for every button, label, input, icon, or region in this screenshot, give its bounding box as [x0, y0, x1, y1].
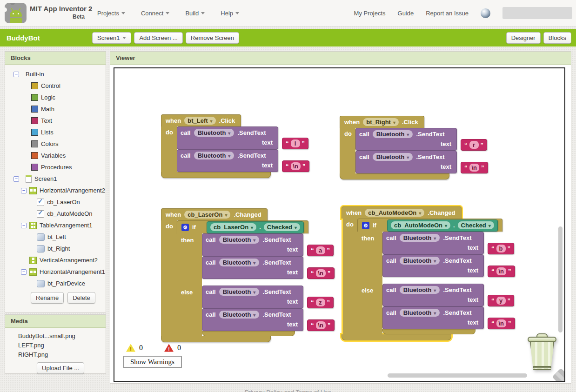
- tree-category-text[interactable]: Text: [5, 115, 106, 126]
- language-globe-icon[interactable]: [481, 8, 490, 18]
- component-dropdown[interactable]: cb_LaserOn: [184, 211, 230, 219]
- tree-bt-left[interactable]: bt_Left: [5, 231, 106, 243]
- text-string-block[interactable]: \n: [307, 267, 335, 279]
- delete-button[interactable]: Delete: [67, 292, 95, 304]
- bluetooth-dropdown[interactable]: Bluetooth: [219, 236, 260, 244]
- tree-builtin[interactable]: Built-in: [5, 68, 106, 80]
- tree-bt-pairdevice[interactable]: bt_PairDevice: [5, 278, 106, 289]
- media-file[interactable]: BuddyBot...small.png: [18, 332, 106, 341]
- bluetooth-dropdown[interactable]: Bluetooth: [219, 288, 260, 296]
- guide-link[interactable]: Guide: [398, 10, 414, 17]
- tree-cb-laseron[interactable]: cb_LaserOn: [5, 196, 106, 208]
- tree-horizontalarrangement1[interactable]: HorizontalArrangement1: [5, 266, 106, 278]
- text-string-block[interactable]: y: [488, 295, 514, 306]
- bluetooth-dropdown[interactable]: Bluetooth: [194, 129, 234, 137]
- screen-selector-button[interactable]: Screen1: [92, 32, 131, 44]
- mutator-gear-icon[interactable]: [181, 224, 189, 231]
- tree-category-colors[interactable]: Colors: [5, 138, 106, 150]
- menu-help[interactable]: Help: [221, 10, 239, 17]
- report-issue-link[interactable]: Report an Issue: [426, 10, 469, 17]
- my-projects-link[interactable]: My Projects: [354, 10, 386, 17]
- call-sendtext-block[interactable]: call Bluetooth .SendText text \n: [177, 149, 278, 172]
- collapse-icon[interactable]: [13, 72, 19, 77]
- if-else-block[interactable]: if cb_AutoModeOn . Checked then: [357, 219, 502, 334]
- bluetooth-dropdown[interactable]: Bluetooth: [400, 234, 440, 242]
- text-string-block[interactable]: \n: [461, 162, 488, 173]
- tree-bt-right[interactable]: bt_Right: [5, 243, 106, 254]
- component-dropdown[interactable]: cb_AutoModeOn: [365, 209, 424, 217]
- rename-button[interactable]: Rename: [31, 292, 64, 304]
- text-string-block[interactable]: \n: [282, 160, 309, 172]
- text-string-block[interactable]: \n: [488, 318, 515, 329]
- remove-screen-button[interactable]: Remove Screen: [186, 32, 239, 44]
- call-sendtext-block[interactable]: call Bluetooth .SendText text \n: [202, 256, 303, 279]
- call-sendtext-block[interactable]: call Bluetooth .SendText text \n: [382, 306, 484, 329]
- tree-cb-automodeon[interactable]: cb_AutoModeOn: [5, 208, 106, 219]
- blocks-canvas[interactable]: when bt_Left .Click do call Bluetooth .S…: [114, 67, 565, 382]
- collapse-icon[interactable]: [21, 223, 27, 228]
- tree-category-variables[interactable]: Variables: [5, 150, 106, 161]
- mutator-gear-icon[interactable]: [362, 222, 369, 229]
- vertical-scrollbar[interactable]: [558, 226, 563, 332]
- show-warnings-button[interactable]: Show Warnings: [123, 356, 182, 368]
- checked-property-block[interactable]: cb_AutoModeOn . Checked: [387, 219, 498, 232]
- checked-property-block[interactable]: cb_LaserOn . Checked: [207, 221, 304, 233]
- trash-can-icon[interactable]: [527, 333, 557, 372]
- call-sendtext-block[interactable]: call Bluetooth .SendText text z: [202, 286, 303, 308]
- user-account-box[interactable]: [502, 7, 572, 19]
- component-dropdown[interactable]: cb_LaserOn: [210, 223, 256, 231]
- bluetooth-dropdown[interactable]: Bluetooth: [400, 257, 440, 265]
- component-dropdown[interactable]: bt_Right: [363, 118, 399, 126]
- tree-category-procedures[interactable]: Procedures: [5, 161, 106, 173]
- text-string-block[interactable]: r: [461, 139, 487, 151]
- bluetooth-dropdown[interactable]: Bluetooth: [219, 259, 260, 266]
- call-sendtext-block[interactable]: call Bluetooth .SendText text l: [177, 126, 278, 149]
- call-sendtext-block[interactable]: call Bluetooth .SendText text \n: [355, 151, 457, 173]
- text-string-block[interactable]: \n: [488, 266, 515, 277]
- menu-projects[interactable]: Projects: [97, 10, 125, 17]
- bluetooth-dropdown[interactable]: Bluetooth: [373, 130, 413, 138]
- footer-links[interactable]: Privacy Policy and Terms of Use: [0, 389, 576, 392]
- horizontal-scrollbar[interactable]: [388, 373, 527, 378]
- tree-horizontalarrangement2[interactable]: HorizontalArrangement2: [5, 185, 106, 196]
- collapse-icon[interactable]: [13, 176, 19, 182]
- bluetooth-dropdown[interactable]: Bluetooth: [400, 309, 440, 317]
- tree-category-logic[interactable]: Logic: [5, 92, 106, 103]
- component-dropdown[interactable]: cb_AutoModeOn: [391, 221, 450, 229]
- text-string-block[interactable]: a: [307, 245, 334, 256]
- media-file[interactable]: LEFT.png: [18, 341, 106, 350]
- text-string-block[interactable]: \n: [307, 319, 335, 331]
- menu-build[interactable]: Build: [185, 10, 205, 17]
- text-string-block[interactable]: z: [307, 297, 334, 308]
- text-string-block[interactable]: b: [488, 243, 514, 254]
- property-dropdown[interactable]: Checked: [264, 223, 300, 231]
- upload-file-button[interactable]: Upload File ...: [37, 362, 84, 374]
- property-dropdown[interactable]: Checked: [458, 221, 494, 229]
- call-sendtext-block[interactable]: call Bluetooth .SendText text \n: [202, 308, 303, 331]
- call-sendtext-block[interactable]: call Bluetooth .SendText text r: [355, 128, 457, 151]
- blocks-button[interactable]: Blocks: [543, 32, 571, 44]
- call-sendtext-block[interactable]: call Bluetooth .SendText text y: [382, 284, 484, 306]
- if-else-block[interactable]: if cb_LaserOn . Checked then: [177, 220, 308, 336]
- bluetooth-dropdown[interactable]: Bluetooth: [219, 311, 260, 319]
- bluetooth-dropdown[interactable]: Bluetooth: [194, 152, 234, 159]
- call-sendtext-block[interactable]: call Bluetooth .SendText text \n: [382, 254, 484, 277]
- designer-button[interactable]: Designer: [506, 32, 541, 44]
- when-bt-left-click-block[interactable]: when bt_Left .Click do call Bluetooth .S…: [161, 114, 278, 178]
- when-cb-laseron-changed-block[interactable]: when cb_LaserOn .Changed do if cb_LaserO…: [161, 208, 308, 342]
- add-screen-button[interactable]: Add Screen ...: [134, 32, 182, 44]
- component-dropdown[interactable]: bt_Left: [184, 117, 215, 125]
- tree-screen1[interactable]: Screen1: [5, 173, 106, 185]
- when-bt-right-click-block[interactable]: when bt_Right .Click do call Bluetooth .…: [340, 116, 457, 179]
- bluetooth-dropdown[interactable]: Bluetooth: [400, 286, 440, 294]
- media-file[interactable]: RIGHT.png: [18, 350, 106, 359]
- menu-connect[interactable]: Connect: [141, 10, 169, 17]
- text-string-block[interactable]: l: [282, 138, 308, 149]
- call-sendtext-block[interactable]: call Bluetooth .SendText text b: [382, 232, 484, 254]
- collapse-icon[interactable]: [21, 269, 27, 275]
- call-sendtext-block[interactable]: call Bluetooth .SendText text a: [202, 233, 303, 256]
- when-cb-automodeon-changed-block[interactable]: when cb_AutoModeOn .Changed do if cb_Aut…: [342, 206, 502, 340]
- tree-category-math[interactable]: Math: [5, 103, 106, 115]
- bluetooth-dropdown[interactable]: Bluetooth: [373, 153, 413, 161]
- tree-tablearrangement1[interactable]: TableArrangement1: [5, 219, 106, 231]
